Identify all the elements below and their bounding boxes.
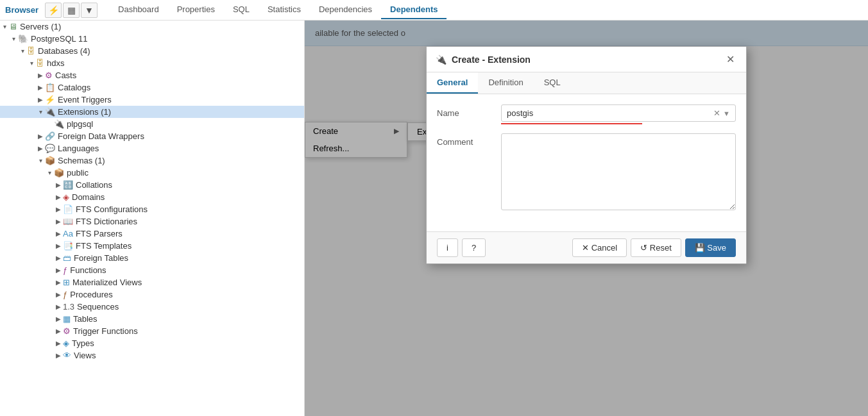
tree-item-public[interactable]: ▾ 📦 public xyxy=(0,167,304,179)
tree-label-foreign_tables: Foreign Tables xyxy=(74,253,128,263)
tree-label-fts_dict: FTS Dictionaries xyxy=(76,217,137,226)
name-selected-value: postgis xyxy=(507,108,713,118)
modal-tab-sql[interactable]: SQL xyxy=(534,72,571,94)
tree-arrow: ▶ xyxy=(54,279,63,286)
select-actions: ✕ ▼ xyxy=(713,108,730,118)
tree-item-servers[interactable]: ▾ 🖥 Servers (1) xyxy=(0,21,304,33)
tree-arrow: ▶ xyxy=(54,303,63,310)
tree-icon-hdxs: 🗄 xyxy=(36,58,44,68)
tree-arrow: ▶ xyxy=(54,242,63,249)
tab-dependents[interactable]: Dependents xyxy=(381,1,447,19)
tree-item-fts_templates[interactable]: ▶ 📑 FTS Templates xyxy=(0,240,304,252)
tree-item-domains[interactable]: ▶ ◈ Domains xyxy=(0,191,304,203)
name-field-wrap: postgis ✕ ▼ xyxy=(501,104,736,124)
comment-textarea[interactable] xyxy=(501,133,736,210)
tree-item-fts_conf[interactable]: ▶ 📄 FTS Configurations xyxy=(0,203,304,215)
tree-label-fts_conf: FTS Configurations xyxy=(76,204,148,214)
tree-arrow: ▶ xyxy=(54,267,63,274)
tree-item-types[interactable]: ▶ ◈ Types xyxy=(0,337,304,349)
tree-item-functions[interactable]: ▶ ƒ Functions xyxy=(0,264,304,276)
tree-label-procedures: Procedures xyxy=(70,290,112,299)
tree-arrow: ▾ xyxy=(36,108,45,115)
red-underline xyxy=(501,123,642,124)
modal-overlay: 🔌 Create - Extension ✕ General Definitio… xyxy=(305,21,868,416)
tree-icon-schemas: 📦 xyxy=(45,156,55,165)
tree-item-fts_dict[interactable]: ▶ 📖 FTS Dictionaries xyxy=(0,215,304,228)
modal-footer: i ? ✕ Cancel ↺ Reset 💾 Save xyxy=(427,231,746,263)
tree-item-matviews[interactable]: ▶ ⊞ Materialized Views xyxy=(0,276,304,288)
tree-label-public: public xyxy=(67,168,89,178)
create-extension-modal: 🔌 Create - Extension ✕ General Definitio… xyxy=(426,46,747,264)
tree-arrow: ▶ xyxy=(36,84,45,91)
modal-tab-definition[interactable]: Definition xyxy=(478,72,533,94)
toolbar-btn-grid[interactable]: ▦ xyxy=(63,3,80,18)
tree-item-databases[interactable]: ▾ 🗄 Databases (4) xyxy=(0,45,304,57)
modal-close-button[interactable]: ✕ xyxy=(724,53,737,65)
modal-tab-general[interactable]: General xyxy=(427,72,478,94)
tree-item-trigger_funcs[interactable]: ▶ ⚙ Trigger Functions xyxy=(0,325,304,337)
tree-item-languages[interactable]: ▶ 💬 Languages xyxy=(0,142,304,154)
tree-icon-foreign_tables: 🗃 xyxy=(63,253,71,263)
tree-item-postgresql[interactable]: ▾ 🐘 PostgreSQL 11 xyxy=(0,33,304,45)
tree-arrow: ▶ xyxy=(54,206,63,213)
tree-icon-catalogs: 📋 xyxy=(45,83,55,92)
tree-arrow: ▾ xyxy=(45,169,54,176)
tree-item-plpgsql[interactable]: 🔌 plpgsql xyxy=(0,118,304,130)
tree-arrow: ▾ xyxy=(0,23,9,30)
tree-item-extensions[interactable]: ▾ 🔌 Extensions (1) xyxy=(0,106,304,118)
tree-arrow: ▶ xyxy=(54,254,63,262)
toolbar-btn-filter[interactable]: ▼ xyxy=(81,3,98,18)
tree-label-domains: Domains xyxy=(72,192,105,202)
info-button[interactable]: i xyxy=(437,238,458,257)
tree-item-hdxs[interactable]: ▾ 🗄 hdxs xyxy=(0,57,304,69)
reset-button[interactable]: ↺ Reset xyxy=(631,238,681,257)
browser-label: Browser xyxy=(5,5,38,15)
tree-item-views[interactable]: ▶ 👁 Views xyxy=(0,349,304,362)
tree-item-fts_parsers[interactable]: ▶ Aa FTS Parsers xyxy=(0,228,304,240)
tree-item-tables[interactable]: ▶ ▦ Tables xyxy=(0,313,304,325)
cancel-button[interactable]: ✕ Cancel xyxy=(572,238,627,257)
select-chevron-icon[interactable]: ▼ xyxy=(723,110,730,117)
tree-item-event_triggers[interactable]: ▶ ⚡ Event Triggers xyxy=(0,94,304,106)
tree-label-functions: Functions xyxy=(70,265,106,275)
tree-icon-postgresql: 🐘 xyxy=(18,34,28,44)
tree-label-trigger_funcs: Trigger Functions xyxy=(73,326,138,336)
tree-icon-languages: 💬 xyxy=(45,144,55,153)
help-button[interactable]: ? xyxy=(462,238,486,257)
tree-item-collations[interactable]: ▶ 🔠 Collations xyxy=(0,179,304,191)
tree-item-fdw[interactable]: ▶ 🔗 Foreign Data Wrappers xyxy=(0,130,304,142)
tree-item-foreign_tables[interactable]: ▶ 🗃 Foreign Tables xyxy=(0,252,304,264)
save-button[interactable]: 💾 Save xyxy=(685,238,736,257)
name-select[interactable]: postgis ✕ ▼ xyxy=(501,104,736,122)
tree-arrow: ▶ xyxy=(54,291,63,298)
tree-arrow: ▶ xyxy=(54,194,63,201)
tree-arrow: ▾ xyxy=(36,157,45,164)
tab-properties[interactable]: Properties xyxy=(168,1,224,19)
tree-arrow: ▶ xyxy=(36,96,45,103)
tree-icon-procedures: ƒ xyxy=(63,290,67,299)
tree-arrow: ▶ xyxy=(36,145,45,152)
tab-sql[interactable]: SQL xyxy=(224,1,259,19)
tree-arrow: ▾ xyxy=(9,35,18,42)
tab-statistics[interactable]: Statistics xyxy=(259,1,310,19)
tree-item-sequences[interactable]: ▶ 1.3 Sequences xyxy=(0,301,304,313)
tree-icon-trigger_funcs: ⚙ xyxy=(63,326,71,336)
tab-dependencies[interactable]: Dependencies xyxy=(310,1,381,19)
tree-item-schemas[interactable]: ▾ 📦 Schemas (1) xyxy=(0,154,304,167)
tree-icon-fts_parsers: Aa xyxy=(63,229,73,238)
toolbar-btn-lightning[interactable]: ⚡ xyxy=(45,3,62,18)
tree-label-event_triggers: Event Triggers xyxy=(58,95,112,104)
tree-item-catalogs[interactable]: ▶ 📋 Catalogs xyxy=(0,81,304,94)
tab-dashboard[interactable]: Dashboard xyxy=(109,1,168,19)
tree-label-hdxs: hdxs xyxy=(47,58,64,68)
tree-label-servers: Servers (1) xyxy=(20,22,61,31)
footer-right: ✕ Cancel ↺ Reset 💾 Save xyxy=(572,238,736,257)
tree-arrow: ▶ xyxy=(36,72,45,79)
tree-item-procedures[interactable]: ▶ ƒ Procedures xyxy=(0,288,304,301)
sidebar[interactable]: ▾ 🖥 Servers (1) ▾ 🐘 PostgreSQL 11 ▾ 🗄 Da… xyxy=(0,21,305,416)
select-clear-icon[interactable]: ✕ xyxy=(713,108,720,118)
tree-icon-domains: ◈ xyxy=(63,192,69,202)
tree-arrow: ▶ xyxy=(54,352,63,359)
tree-label-types: Types xyxy=(72,338,94,348)
tree-item-casts[interactable]: ▶ ⚙ Casts xyxy=(0,69,304,81)
